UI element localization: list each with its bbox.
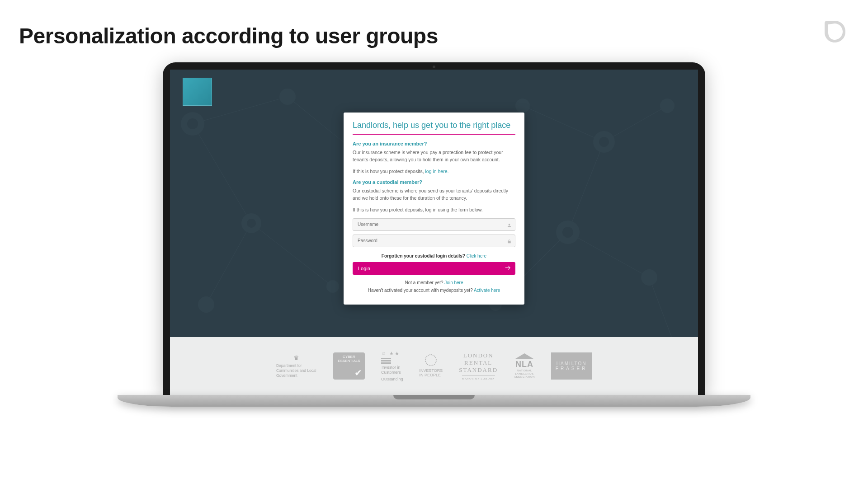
- activate-link[interactable]: Activate here: [474, 288, 500, 293]
- forgot-label: Forgotten your custodial login details?: [382, 253, 465, 258]
- iip-line2: IN PEOPLE: [419, 373, 443, 378]
- app-screen: Landlords, help us get you to the right …: [170, 70, 698, 395]
- insurance-login-prompt: If this is how you protect deposits, log…: [353, 168, 515, 175]
- svg-point-27: [562, 227, 573, 238]
- lrs-3: STANDARD: [459, 366, 498, 374]
- login-arrow-icon: [505, 264, 511, 272]
- slide-title: Personalization according to user groups: [19, 23, 438, 48]
- login-button-label: Login: [358, 266, 370, 271]
- svg-line-3: [206, 223, 251, 305]
- partner-investors-in-people: INVESTORS IN PEOPLE: [419, 354, 443, 378]
- partner-cyber-essentials: CYBER ESSENTIALS ✔: [333, 352, 365, 380]
- insurance-member-heading: Are you an insurance member?: [353, 141, 515, 146]
- custodial-member-heading: Are you a custodial member?: [353, 179, 515, 185]
- partner-footer: ♛ Department for Communities and Local G…: [170, 337, 698, 395]
- svg-point-21: [641, 269, 657, 286]
- svg-line-2: [193, 124, 251, 223]
- partner-london-rental-standard: LONDON RENTAL STANDARD MAYOR OF LONDON: [459, 352, 498, 380]
- checkmark-icon: ✔: [354, 368, 362, 378]
- username-input[interactable]: [353, 218, 515, 231]
- user-icon: [507, 223, 512, 229]
- cyber-essentials-label: CYBER ESSENTIALS: [336, 355, 362, 363]
- hf-2: FRASER: [556, 366, 588, 371]
- custodial-description: Our custodial scheme is where you send u…: [353, 188, 515, 202]
- svg-point-15: [198, 296, 214, 313]
- login-card: Landlords, help us get you to the right …: [344, 113, 524, 305]
- svg-line-7: [568, 142, 604, 232]
- svg-point-26: [599, 137, 609, 147]
- camera-icon: [433, 66, 435, 68]
- svg-point-19: [660, 99, 675, 113]
- insurance-prompt-text: If this is how you protect deposits,: [353, 169, 425, 174]
- partner-investor-in-customers: ☺ ★★ Investor in Customers Outstanding: [381, 351, 403, 381]
- activate-label: Haven't activated your account with myde…: [368, 288, 473, 293]
- join-link[interactable]: Join here: [444, 280, 463, 285]
- svg-point-24: [187, 118, 198, 129]
- svg-line-5: [523, 106, 604, 142]
- svg-point-17: [515, 99, 530, 113]
- iic-line2: Customers: [381, 370, 401, 375]
- not-member-row: Not a member yet? Join here: [353, 280, 515, 285]
- iic-sub: Outstanding: [381, 377, 403, 381]
- nla-s3: ASSOCIATION: [514, 375, 535, 379]
- login-button[interactable]: Login: [353, 262, 515, 275]
- nla-s1: NATIONAL: [517, 369, 532, 372]
- hf-1: HAMILTON: [557, 361, 587, 366]
- svg-point-16: [326, 280, 339, 293]
- partner-dclg: ♛ Department for Communities and Local G…: [276, 354, 317, 378]
- nla-big: NLA: [515, 360, 533, 369]
- svg-point-25: [247, 219, 256, 228]
- svg-rect-30: [508, 241, 510, 243]
- leaf-logo-icon: [821, 18, 848, 45]
- card-title: Landlords, help us get you to the right …: [353, 121, 515, 135]
- svg-line-8: [568, 232, 649, 277]
- brand-logo[interactable]: [183, 78, 212, 106]
- lrs-2: RENTAL: [464, 359, 492, 366]
- forgot-login-link[interactable]: Click here: [467, 253, 486, 258]
- nla-s2: LANDLORDS: [515, 372, 533, 375]
- password-input[interactable]: [353, 235, 515, 247]
- custodial-login-prompt: If this is how you protect deposits, log…: [353, 206, 515, 214]
- stars-icon: ☺ ★★: [381, 351, 400, 357]
- laptop-base: [118, 395, 750, 407]
- insurance-login-link[interactable]: log in here.: [425, 169, 449, 174]
- lrs-sub: MAYOR OF LONDON: [462, 375, 495, 380]
- partner-nla: NLA NATIONAL LANDLORDS ASSOCIATION: [514, 353, 535, 379]
- forgot-login-row: Forgotten your custodial login details? …: [353, 253, 515, 258]
- not-member-label: Not a member yet?: [405, 280, 443, 285]
- svg-line-4: [251, 223, 333, 286]
- activate-row: Haven't activated your account with myde…: [353, 288, 515, 293]
- laurel-icon: [425, 354, 437, 366]
- laptop-mockup: Landlords, help us get you to the right …: [163, 62, 705, 407]
- svg-line-6: [604, 106, 667, 142]
- roof-icon: [515, 353, 533, 359]
- partner-dclg-label: Department for Communities and Local Gov…: [276, 363, 317, 378]
- lrs-1: LONDON: [463, 352, 494, 359]
- insurance-description: Our insurance scheme is where you pay a …: [353, 149, 515, 164]
- iic-line1: Investor in: [381, 365, 401, 370]
- lock-icon: [507, 239, 512, 245]
- partner-hamilton-fraser: HAMILTON FRASER: [551, 352, 592, 380]
- svg-point-12: [279, 89, 296, 105]
- svg-point-29: [509, 224, 510, 225]
- crest-icon: ♛: [293, 354, 299, 362]
- laptop-notch: [393, 395, 475, 399]
